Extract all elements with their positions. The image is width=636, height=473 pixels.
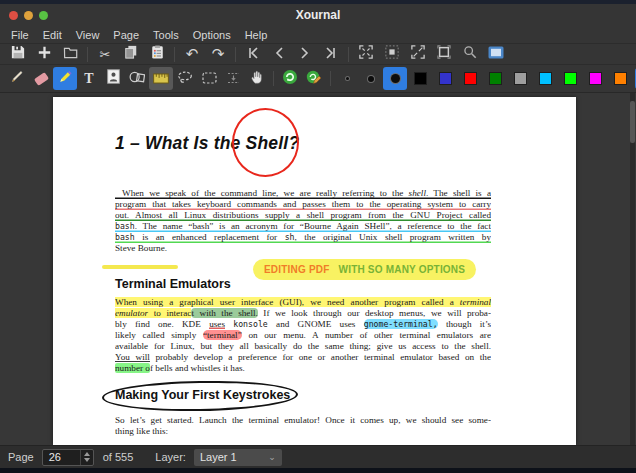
copy-button[interactable] [118,45,144,64]
undo-icon: ↶ [186,47,199,62]
pen-options-button[interactable] [302,67,326,90]
magenta-color-icon [589,72,602,85]
menu-tools[interactable]: Tools [146,28,186,42]
shapes-icon [129,70,145,88]
text-segment: out. Almost all Linux distributions supp… [115,210,491,220]
default-pen-button[interactable] [278,67,302,90]
text-segment: . The shell is a [426,188,491,198]
pen-tool-button[interactable] [5,67,29,90]
callout-editing-pdf: EDITING PDF [264,264,330,275]
gray-color-icon [514,72,527,85]
first-page-button[interactable] [240,45,266,64]
eraser-tool-button[interactable] [29,67,53,90]
fullscreen-button[interactable] [483,45,509,64]
text-segment: and GNOME uses [268,319,364,329]
text-segment: on our menu. A number of other terminal … [242,330,491,340]
spinner-down-icon[interactable] [84,458,90,462]
image-tool-button[interactable] [101,67,125,90]
next-page-button[interactable] [292,45,318,64]
menu-view[interactable]: View [69,28,107,42]
size-fine-button[interactable] [335,67,359,90]
fine-dot-icon [346,77,349,80]
scrollbar-thumb[interactable] [630,101,635,143]
open-button[interactable] [57,45,83,64]
size-medium-button[interactable] [359,67,383,90]
text-segment: uses [209,319,225,329]
text-segment: emulator [115,308,148,318]
text-segment: likely called simply [115,330,203,340]
highlighter-tool-button[interactable] [53,67,77,90]
save-icon [11,45,25,63]
text-line: So let’s get started. Launch the termina… [115,415,491,426]
color-swatch-lightgreen[interactable] [560,68,580,89]
ruler-tool-button[interactable] [149,67,173,90]
section-heading-terminal-emulators: Terminal Emulators [115,277,231,291]
pdf-page[interactable]: 1 – What Is the Shell? When we speak of … [53,97,576,445]
redo-button[interactable]: ↷ [205,45,231,64]
text-tool-button[interactable]: T [77,67,101,90]
vertical-scrollbar[interactable] [630,93,635,445]
separator [235,47,236,62]
text-line: available for Linux, but they all basica… [115,341,491,352]
lasso-selection-button[interactable] [173,67,197,90]
color-swatch-red[interactable] [460,68,480,89]
red-color-icon [464,72,477,85]
yellow-highlight-stroke[interactable] [102,265,178,269]
color-swatch-gray[interactable] [510,68,530,89]
menubar: FileEditViewPageToolsOptionsHelp [0,26,636,44]
layer-dropdown[interactable]: Layer 1 ⌄ [194,449,282,466]
cut-button[interactable]: ✂ [92,45,118,64]
zoom-fit-width-button[interactable] [353,45,379,64]
size-thick-button[interactable] [383,67,407,90]
undo-button[interactable]: ↶ [179,45,205,64]
total-pages-label: of 555 [103,451,134,463]
color-swatch-lightblue[interactable] [535,68,555,89]
menu-file[interactable]: File [4,28,36,42]
close-button[interactable] [9,11,18,20]
text-segment: If we look through our desktop menus, we… [258,308,491,318]
color-swatch-orange[interactable] [610,68,630,89]
zoom-original-button[interactable] [379,45,405,64]
zoom-in-icon [411,45,425,63]
text-segment: , the original Unix shell program writte… [295,232,491,242]
color-swatch-green[interactable] [485,68,505,89]
zoom-fit-page-button[interactable] [431,45,457,64]
shape-recognizer-button[interactable] [125,67,149,90]
last-page-button[interactable] [318,45,344,64]
page-label: Page [8,451,34,463]
zoom-in-button[interactable] [405,45,431,64]
page-number-spinner[interactable]: 26 [42,449,94,466]
menu-edit[interactable]: Edit [36,28,69,42]
folder-icon [63,45,78,63]
handwritten-callout[interactable]: EDITING PDF WITH SO MANY OPTIONS [253,259,476,280]
menu-help[interactable]: Help [238,28,275,42]
text-line: likely called simply “terminal” on our m… [115,330,491,341]
text-segment: shell [409,188,426,198]
text-segment: probably develop a preference for one or… [150,352,491,362]
paste-button[interactable] [144,45,170,64]
blue-color-icon [439,72,452,85]
menu-options[interactable]: Options [186,28,238,42]
color-swatch-blue[interactable] [435,68,455,89]
maximize-button[interactable] [39,11,48,20]
text-segment: . The name “bash” is an acronym for “Bou… [135,221,491,231]
text-segment: is an enhanced replacement for [135,232,285,242]
chevron-left-icon [274,45,284,63]
hand-tool-button[interactable] [245,67,269,90]
rectangle-selection-button[interactable] [197,67,221,90]
spinner-up-icon[interactable] [84,452,90,456]
text-tool-icon: T [84,71,93,87]
find-button[interactable] [457,45,483,64]
vertical-space-button[interactable] [221,67,245,90]
section-heading-first-keystrokes: Making Your First Keystrokes [115,388,290,402]
minimize-button[interactable] [24,11,33,20]
save-button[interactable] [5,45,31,64]
color-swatch-black[interactable] [410,68,430,89]
red-circle-annotation[interactable] [232,108,299,177]
previous-page-button[interactable] [266,45,292,64]
menu-page[interactable]: Page [106,28,146,42]
color-swatch-magenta[interactable] [585,68,605,89]
new-page-button[interactable] [31,45,57,64]
spinner-arrows[interactable] [80,450,93,465]
chevron-down-icon: ⌄ [268,452,276,462]
